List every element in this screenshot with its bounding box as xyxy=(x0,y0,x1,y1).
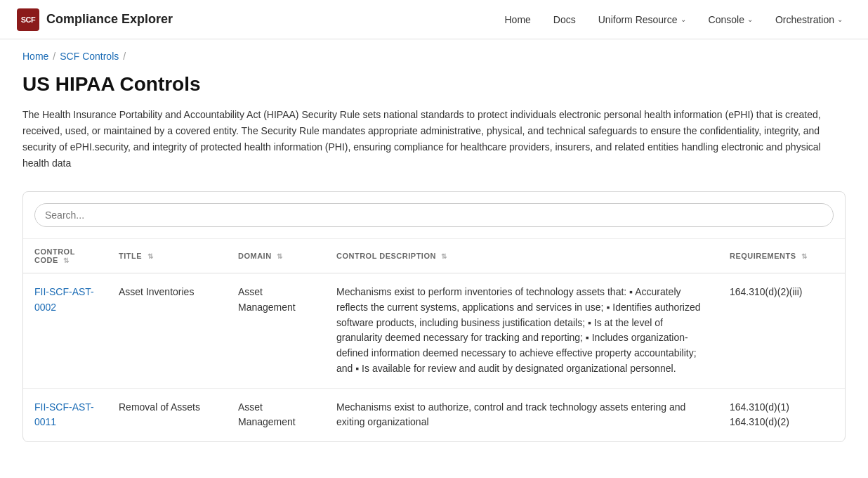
search-input[interactable] xyxy=(34,203,834,227)
cell-control-code: FII-SCF-AST-0011 xyxy=(23,388,107,441)
sort-icon[interactable]: ⇅ xyxy=(63,257,70,264)
controls-table: CONTROL CODE ⇅ TITLE ⇅ DOMAIN ⇅ CONTROL … xyxy=(23,239,845,441)
sort-icon[interactable]: ⇅ xyxy=(801,252,808,260)
breadcrumb-scf-controls[interactable]: SCF Controls xyxy=(60,51,119,62)
col-header-description: CONTROL DESCRIPTION ⇅ xyxy=(325,239,718,273)
nav-links: Home Docs Uniform Resource ⌄ Console ⌄ O… xyxy=(496,8,851,31)
navbar: SCF Compliance Explorer Home Docs Unifor… xyxy=(0,0,868,39)
breadcrumb-separator: / xyxy=(53,51,55,62)
sort-icon[interactable]: ⇅ xyxy=(147,252,154,260)
page-description: The Health Insurance Portability and Acc… xyxy=(22,107,844,172)
table-row: FII-SCF-AST-0011 Removal of Assets Asset… xyxy=(23,388,845,441)
table-row: FII-SCF-AST-0002 Asset Inventories Asset… xyxy=(23,273,845,388)
breadcrumb-separator-2: / xyxy=(123,51,126,62)
table-header-row: CONTROL CODE ⇅ TITLE ⇅ DOMAIN ⇅ CONTROL … xyxy=(23,239,845,273)
col-header-domain: DOMAIN ⇅ xyxy=(227,239,325,273)
sort-icon[interactable]: ⇅ xyxy=(277,252,283,260)
nav-orchestration[interactable]: Orchestration ⌄ xyxy=(767,8,851,31)
main-content: US HIPAA Controls The Health Insurance P… xyxy=(0,67,868,465)
col-header-control-code: CONTROL CODE ⇅ xyxy=(23,239,107,273)
nav-uniform-resource[interactable]: Uniform Resource ⌄ xyxy=(590,8,695,31)
nav-console[interactable]: Console ⌄ xyxy=(700,8,761,31)
breadcrumb-home[interactable]: Home xyxy=(22,51,48,62)
control-code-link[interactable]: FII-SCF-AST-0011 xyxy=(34,401,94,428)
brand-title: Compliance Explorer xyxy=(46,12,173,27)
chevron-down-icon: ⌄ xyxy=(747,15,753,23)
cell-title: Removal of Assets xyxy=(107,388,227,441)
cell-description: Mechanisms exist to authorize, control a… xyxy=(325,388,718,441)
cell-domain: Asset Management xyxy=(227,273,325,388)
control-code-link[interactable]: FII-SCF-AST-0002 xyxy=(34,286,94,313)
search-wrapper xyxy=(23,192,845,239)
col-header-title: TITLE ⇅ xyxy=(107,239,227,273)
cell-control-code: FII-SCF-AST-0002 xyxy=(23,273,107,388)
col-header-requirements: REQUIREMENTS ⇅ xyxy=(718,239,845,273)
brand-logo: SCF xyxy=(17,8,39,31)
sort-icon[interactable]: ⇅ xyxy=(441,252,447,260)
cell-description: Mechanisms exist to perform inventories … xyxy=(325,273,718,388)
cell-requirements: 164.310(d)(2)(iii) xyxy=(718,273,845,388)
brand: SCF Compliance Explorer xyxy=(17,8,173,31)
chevron-down-icon: ⌄ xyxy=(680,15,686,23)
controls-table-container: CONTROL CODE ⇅ TITLE ⇅ DOMAIN ⇅ CONTROL … xyxy=(22,191,846,442)
chevron-down-icon: ⌄ xyxy=(837,15,843,23)
nav-docs[interactable]: Docs xyxy=(545,8,584,31)
cell-requirements: 164.310(d)(1) 164.310(d)(2) xyxy=(718,388,845,441)
page-title: US HIPAA Controls xyxy=(22,73,846,96)
nav-home[interactable]: Home xyxy=(496,8,539,31)
breadcrumb: Home / SCF Controls / xyxy=(0,39,868,67)
cell-title: Asset Inventories xyxy=(107,273,227,388)
cell-domain: Asset Management xyxy=(227,388,325,441)
